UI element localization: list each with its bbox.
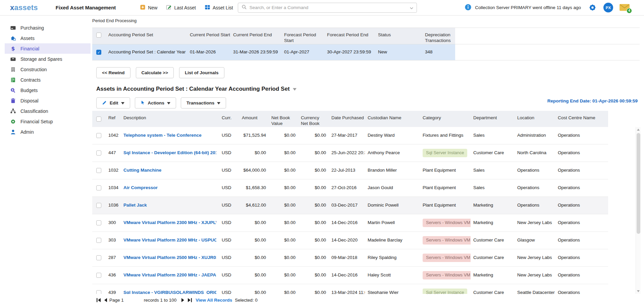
sidebar-item-contracts[interactable]: Contracts — [5, 75, 91, 85]
sidebar-item-financial[interactable]: $Financial — [5, 43, 91, 54]
asset-row-303[interactable]: 303VMware Virtual Platform 2200 MHz - US… — [92, 232, 608, 249]
sidebar-item-purchasing[interactable]: Purchasing — [5, 23, 91, 33]
period-col-status[interactable]: Status — [375, 28, 422, 44]
caret-down-icon — [217, 100, 220, 105]
server-notification[interactable]: Collection Server PRIMARY went offline 1… — [465, 4, 581, 12]
period-col-accounting-period-set[interactable]: Accounting Period Set — [106, 28, 187, 44]
asset-description-link[interactable]: VMware Virtual Platform 2200 MHz - JAEPA… — [123, 272, 216, 278]
row-checkbox[interactable] — [96, 273, 101, 278]
col-date-purchased[interactable]: Date Purchased — [329, 111, 365, 127]
settings-gear-icon[interactable] — [588, 3, 597, 12]
period-col-current-period-start[interactable]: Current Period Start — [187, 28, 230, 44]
first-page-icon[interactable] — [96, 298, 101, 302]
asset-description-link[interactable]: Telephone system - Tele Conference — [123, 133, 202, 138]
asset-row-1042[interactable]: 1042Telephone system - Tele ConferenceUS… — [92, 127, 608, 144]
asset-row-1036[interactable]: 1036Pallet JackUSD$4,612.00$0.00$0.0003-… — [92, 197, 608, 214]
edit-pencil-icon — [166, 4, 172, 11]
heading-caret-icon[interactable] — [293, 86, 297, 92]
cell-currency-net-book-value: $0.00 — [298, 267, 329, 284]
xassets-logo[interactable]: xassets — [10, 3, 38, 12]
asset-row-1034[interactable]: 1034Air CompressorUSD$1,658.30$0.00$0.00… — [92, 179, 608, 197]
topnav-new-button[interactable]: New — [140, 4, 157, 11]
sidebar-item-assets[interactable]: Assets — [5, 33, 91, 43]
user-avatar[interactable]: PX — [603, 3, 613, 12]
row-checkbox[interactable] — [96, 255, 101, 260]
calculate-button[interactable]: Calculate >> — [136, 67, 174, 78]
asset-row-436[interactable]: 436VMware Virtual Platform 2200 MHz - JA… — [92, 267, 608, 284]
asset-row-447[interactable]: 447Sql Instance - Developer Edition (64-… — [92, 144, 608, 162]
col-amount[interactable]: Amount — [239, 111, 269, 127]
sidebar-item-financial-setup[interactable]: Financial Setup — [5, 116, 91, 127]
topnav-asset-list-button[interactable]: Asset List — [205, 4, 233, 11]
command-search[interactable] — [238, 3, 417, 13]
col-custodian-name[interactable]: Custodian Name — [365, 111, 420, 127]
notification-text: Collection Server PRIMARY went offline 1… — [475, 5, 581, 10]
asset-description-link[interactable]: VMware Virtual Platform 2300 MHz - XJUPL… — [123, 220, 216, 226]
asset-description-link[interactable]: VMware Virtual Platform 2200 MHz - USPUC… — [123, 237, 216, 243]
cell-custodian: Martin Powell — [365, 214, 420, 231]
cell-date-purchased: 14-Dec-2020 — [329, 232, 365, 249]
scroll-down-arrow[interactable] — [637, 290, 640, 292]
chevron-down-icon[interactable] — [409, 6, 414, 12]
sidebar-item-classification[interactable]: Classification — [5, 106, 91, 116]
period-col-forecast-period-end[interactable]: Forecast Period End — [324, 28, 375, 44]
transactions-dropdown-button[interactable]: Transactions — [181, 97, 226, 108]
asset-description-link[interactable]: Cutting Manchine — [123, 168, 161, 173]
col-currency-net-book-value[interactable]: Currency Net Book Value — [298, 111, 329, 127]
col-department[interactable]: Department — [471, 111, 515, 127]
scroll-up-arrow[interactable] — [637, 129, 640, 131]
sidebar-item-admin[interactable]: Admin — [5, 127, 91, 137]
actions-dropdown-button[interactable]: Actions — [135, 97, 176, 108]
vertical-scrollbar[interactable] — [636, 127, 641, 294]
col-net-book-value[interactable]: Net Book Value — [269, 111, 298, 127]
period-table-row[interactable]: ✓Accounting Period Set : Calendar Year01… — [92, 44, 640, 60]
col-ref[interactable]: Ref — [106, 111, 121, 127]
period-select-all-checkbox[interactable] — [96, 33, 101, 38]
assets-select-all-checkbox[interactable] — [96, 117, 101, 122]
sidebar-item-disposal[interactable]: Disposal — [5, 95, 91, 106]
asset-row-300[interactable]: 300VMware Virtual Platform 2300 MHz - XJ… — [92, 214, 608, 232]
search-input[interactable] — [250, 5, 407, 10]
view-all-records-link[interactable]: View All Records — [196, 298, 232, 303]
asset-description-link[interactable]: Sql Instance - Developer Edition (64-bit… — [123, 150, 216, 156]
period-col-forecast-period-start[interactable]: Forecast Period Start — [281, 28, 324, 44]
previous-page-icon[interactable] — [104, 298, 107, 302]
col-description[interactable]: Description — [121, 111, 219, 127]
period-col-depreciation-transactions[interactable]: Depreciation Transactions — [422, 28, 455, 44]
asset-row-439[interactable]: 439Sql Instance - VGIRBU\SOLARWINDS_ORIO… — [92, 284, 608, 294]
next-page-icon[interactable] — [181, 298, 185, 302]
row-checkbox[interactable] — [96, 238, 101, 243]
row-checkbox[interactable] — [96, 168, 101, 173]
list-of-journals-button[interactable]: List of Journals — [179, 67, 224, 78]
cell-location: New Jersey Labs — [515, 267, 555, 284]
sidebar-item-storage-and-spares[interactable]: Storage and Spares — [5, 54, 91, 64]
row-checkbox[interactable] — [96, 220, 101, 225]
last-page-icon[interactable] — [187, 298, 192, 302]
asset-row-287[interactable]: 287VMware Virtual Platform 2500 MHz - XU… — [92, 249, 608, 267]
col-category[interactable]: Category — [420, 111, 471, 127]
topnav-last-asset-button[interactable]: Last Asset — [166, 4, 196, 11]
col-curr[interactable]: Curr. — [219, 111, 239, 127]
row-checkbox[interactable] — [96, 150, 101, 156]
row-checkbox[interactable] — [96, 203, 101, 208]
row-checkbox[interactable] — [96, 185, 101, 190]
asset-description-link[interactable]: Sql Instance - VGIRBU\SOLARWINDS_ORION U… — [123, 290, 216, 294]
asset-row-1032[interactable]: 1032Cutting ManchineUSD$64,000.00$0.00$0… — [92, 162, 608, 179]
col-cost-centre-name[interactable]: Cost Centre Name — [555, 111, 608, 127]
period-cell: 31-Mar-2026 23:59:59 — [230, 44, 281, 60]
row-checkbox[interactable] — [96, 133, 101, 138]
sidebar-item-budgets[interactable]: $Budgets — [5, 85, 91, 95]
sidebar-item-construction[interactable]: Construction — [5, 64, 91, 75]
scrollbar-thumb[interactable] — [637, 133, 640, 234]
asset-description-link[interactable]: Pallet Jack — [123, 203, 147, 208]
period-col-current-period-end[interactable]: Current Period End — [230, 28, 281, 44]
asset-description-link[interactable]: VMware Virtual Platform 2500 MHz - XUJR0… — [123, 255, 216, 261]
row-checkbox[interactable] — [96, 290, 101, 294]
period-row-checkbox[interactable]: ✓ — [96, 50, 101, 55]
rewind-button[interactable]: << Rewind — [96, 67, 130, 78]
cell-currency-net-book-value: $0.00 — [298, 214, 329, 231]
asset-description-link[interactable]: Air Compressor — [123, 185, 158, 191]
mail-icon[interactable]: 4 — [619, 3, 631, 12]
edit-dropdown-button[interactable]: Edit — [96, 97, 130, 108]
col-location[interactable]: Location — [515, 111, 555, 127]
